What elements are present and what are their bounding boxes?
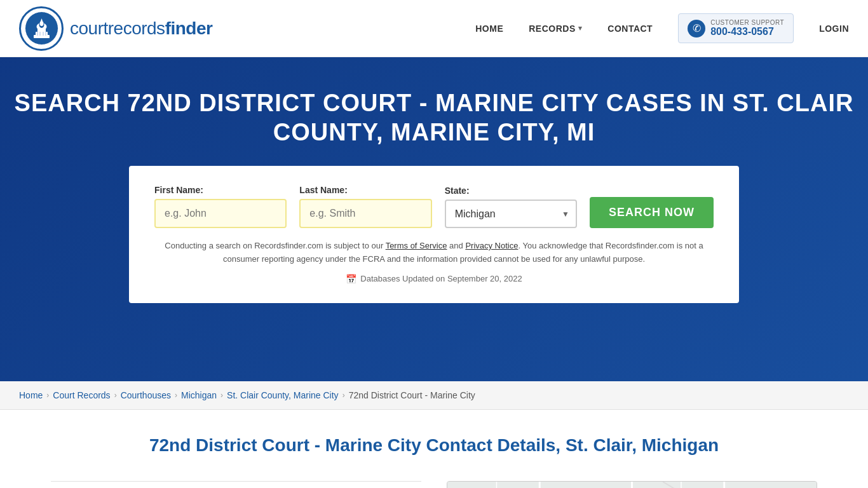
state-group: State: Michigan — [445, 186, 577, 228]
breadcrumb-sep-3: › — [175, 391, 177, 400]
search-card: First Name: Last Name: State: Michigan S… — [129, 166, 739, 303]
logo-text-regular: courtrecords — [70, 18, 165, 38]
breadcrumb-home[interactable]: Home — [19, 390, 43, 400]
terms-link[interactable]: Terms of Service — [386, 241, 447, 250]
calendar-icon: 📅 — [346, 274, 356, 284]
search-now-button[interactable]: SEARCH NOW — [590, 197, 714, 228]
chevron-down-icon: ▾ — [578, 24, 583, 32]
last-name-input[interactable] — [299, 199, 431, 228]
support-number: 800-433-0567 — [710, 26, 784, 37]
nav-contact[interactable]: CONTACT — [607, 24, 653, 34]
main-nav: HOME RECORDS ▾ CONTACT ✆ CUSTOMER SUPPOR… — [475, 13, 849, 43]
court-details-section: Court Name: 72nd District Court - Marine… — [51, 481, 421, 488]
logo-area: courtrecordsfinder — [19, 6, 475, 51]
disclaimer-text: Conducting a search on Recordsfinder.com… — [154, 240, 714, 266]
breadcrumb-sep-2: › — [114, 391, 117, 400]
map-section: 42°41'57.0"N 82°30'21... View larger map… — [447, 481, 817, 488]
breadcrumb-st-clair[interactable]: St. Clair County, Marine City — [227, 390, 339, 400]
first-name-label: First Name: — [154, 185, 287, 195]
hero-section: SEARCH 72ND DISTRICT COURT - MARINE CITY… — [0, 57, 868, 381]
svg-rect-11 — [43, 32, 44, 36]
hero-content: SEARCH 72ND DISTRICT COURT - MARINE CITY… — [13, 89, 855, 303]
site-header: courtrecordsfinder HOME RECORDS ▾ CONTAC… — [0, 0, 868, 57]
customer-support-area[interactable]: ✆ CUSTOMER SUPPORT 800-433-0567 — [678, 13, 794, 43]
breadcrumb-bar: Home › Court Records › Courthouses › Mic… — [0, 381, 868, 410]
logo-text-bold: finder — [165, 18, 213, 38]
breadcrumb-sep-4: › — [220, 391, 223, 400]
nav-records[interactable]: RECORDS ▾ — [529, 24, 582, 34]
main-content: 72nd District Court - Marine City Contac… — [0, 410, 868, 488]
map-placeholder[interactable]: 42°41'57.0"N 82°30'21... View larger map… — [447, 481, 817, 488]
svg-rect-10 — [39, 32, 41, 36]
svg-rect-12 — [45, 32, 46, 36]
db-updated-text: Databases Updated on September 20, 2022 — [360, 274, 522, 283]
breadcrumb-michigan[interactable]: Michigan — [181, 390, 217, 400]
first-name-group: First Name: — [154, 185, 287, 228]
last-name-label: Last Name: — [299, 185, 431, 195]
support-text: CUSTOMER SUPPORT 800-433-0567 — [710, 19, 784, 37]
svg-rect-9 — [37, 32, 38, 36]
support-label: CUSTOMER SUPPORT — [710, 19, 784, 26]
breadcrumb-sep-1: › — [46, 391, 49, 400]
breadcrumb-current: 72nd District Court - Marine City — [349, 390, 475, 400]
db-updated: 📅 Databases Updated on September 20, 202… — [154, 274, 714, 284]
first-name-input[interactable] — [154, 199, 287, 228]
privacy-link[interactable]: Privacy Notice — [465, 241, 518, 250]
hero-title: SEARCH 72ND DISTRICT COURT - MARINE CITY… — [13, 89, 855, 147]
nav-records-label: RECORDS — [529, 24, 576, 34]
nav-home[interactable]: HOME — [475, 24, 503, 34]
breadcrumb-court-records[interactable]: Court Records — [53, 390, 110, 400]
state-label: State: — [445, 186, 577, 196]
breadcrumb-sep-5: › — [342, 391, 345, 400]
details-map-row: Court Name: 72nd District Court - Marine… — [51, 481, 817, 488]
breadcrumb: Home › Court Records › Courthouses › Mic… — [19, 390, 849, 400]
breadcrumb-courthouses[interactable]: Courthouses — [121, 390, 171, 400]
state-select[interactable]: Michigan — [445, 200, 577, 228]
state-select-wrapper: Michigan — [445, 200, 577, 228]
phone-icon: ✆ — [688, 20, 705, 37]
court-section-title: 72nd District Court - Marine City Contac… — [51, 435, 817, 456]
search-fields: First Name: Last Name: State: Michigan S… — [154, 185, 714, 228]
logo-icon[interactable] — [19, 6, 64, 51]
last-name-group: Last Name: — [299, 185, 431, 228]
logo-text[interactable]: courtrecordsfinder — [70, 18, 212, 39]
login-button[interactable]: LOGIN — [819, 24, 849, 34]
court-name-row: Court Name: 72nd District Court - Marine… — [51, 481, 421, 488]
